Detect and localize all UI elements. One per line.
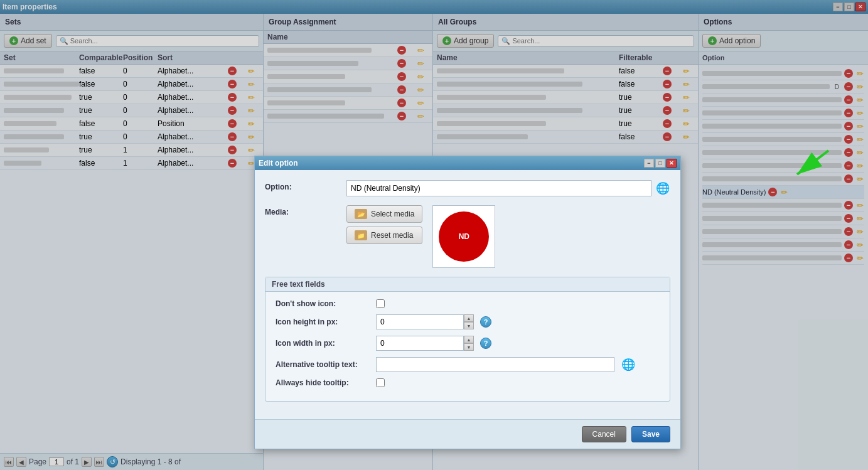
modal-overlay: Edit option − □ ✕ Option: 🌐 Media: [0, 0, 868, 470]
icon-width-label: Icon width in px: [276, 339, 370, 348]
spin-up-button[interactable]: ▲ [464, 314, 474, 322]
dont-show-icon-checkbox[interactable] [376, 299, 385, 308]
folder-icon: 📂 [355, 209, 367, 219]
option-label: Option: [265, 180, 340, 191]
reset-media-button[interactable]: 📁 Reset media [346, 227, 422, 244]
media-preview: ND [432, 205, 495, 268]
option-form-control: 🌐 [346, 180, 670, 196]
tooltip-text-row: Alternative tooltip text: 🌐 [276, 357, 660, 372]
dont-show-icon-label: Don't show icon: [276, 299, 370, 308]
modal-footer: Cancel Save [255, 419, 680, 449]
media-area: 📂 Select media 📁 Reset media ND [346, 205, 495, 268]
save-button[interactable]: Save [631, 426, 670, 442]
icon-width-input[interactable] [376, 336, 464, 351]
tooltip-text-label: Alternative tooltip text: [276, 360, 370, 369]
modal-close-button[interactable]: ✕ [667, 159, 677, 168]
hide-tooltip-label: Allways hide tooltip: [276, 378, 370, 387]
modal-title: Edit option [259, 159, 298, 168]
spinner-buttons: ▲ ▼ [464, 336, 474, 351]
cancel-button[interactable]: Cancel [582, 426, 626, 442]
icon-height-spinner: ▲ ▼ [376, 314, 474, 329]
media-label: Media: [265, 205, 340, 216]
free-text-section: Free text fields Don't show icon: Icon h… [265, 277, 670, 402]
icon-height-label: Icon height in px: [276, 318, 370, 326]
modal-minimize-button[interactable]: − [644, 159, 654, 168]
reset-folder-icon: 📁 [355, 230, 367, 240]
globe-tooltip-button[interactable]: 🌐 [621, 357, 636, 372]
hide-tooltip-checkbox[interactable] [376, 378, 385, 387]
icon-width-spinner: ▲ ▼ [376, 336, 474, 351]
edit-option-dialog: Edit option − □ ✕ Option: 🌐 Media: [254, 156, 681, 449]
select-media-button[interactable]: 📂 Select media [346, 205, 422, 223]
free-text-content: Don't show icon: Icon height in px: ▲ ▼ [265, 292, 670, 401]
icon-height-row: Icon height in px: ▲ ▼ ? [276, 314, 660, 329]
spin-down-button[interactable]: ▼ [464, 343, 474, 351]
spinner-buttons: ▲ ▼ [464, 314, 474, 329]
icon-width-row: Icon width in px: ▲ ▼ ? [276, 336, 660, 351]
dont-show-icon-row: Don't show icon: [276, 299, 660, 308]
media-form-row: Media: 📂 Select media 📁 Reset media [265, 205, 670, 268]
option-form-row: Option: 🌐 [265, 180, 670, 196]
spin-up-button[interactable]: ▲ [464, 336, 474, 343]
icon-height-input[interactable] [376, 314, 464, 329]
modal-body: Option: 🌐 Media: 📂 Select media [255, 170, 680, 419]
help-button[interactable]: ? [480, 316, 491, 328]
spin-down-button[interactable]: ▼ [464, 322, 474, 329]
media-buttons: 📂 Select media 📁 Reset media [346, 205, 422, 244]
hide-tooltip-row: Allways hide tooltip: [276, 378, 660, 387]
help-button[interactable]: ? [480, 338, 491, 349]
option-value-input[interactable] [346, 180, 651, 196]
free-text-legend: Free text fields [265, 277, 670, 292]
modal-title-bar: Edit option − □ ✕ [255, 156, 680, 170]
modal-title-buttons: − □ ✕ [644, 159, 677, 168]
tooltip-text-input[interactable] [376, 357, 614, 372]
nd-badge: ND [439, 211, 489, 262]
modal-restore-button[interactable]: □ [655, 159, 665, 168]
globe-button[interactable]: 🌐 [655, 181, 670, 196]
